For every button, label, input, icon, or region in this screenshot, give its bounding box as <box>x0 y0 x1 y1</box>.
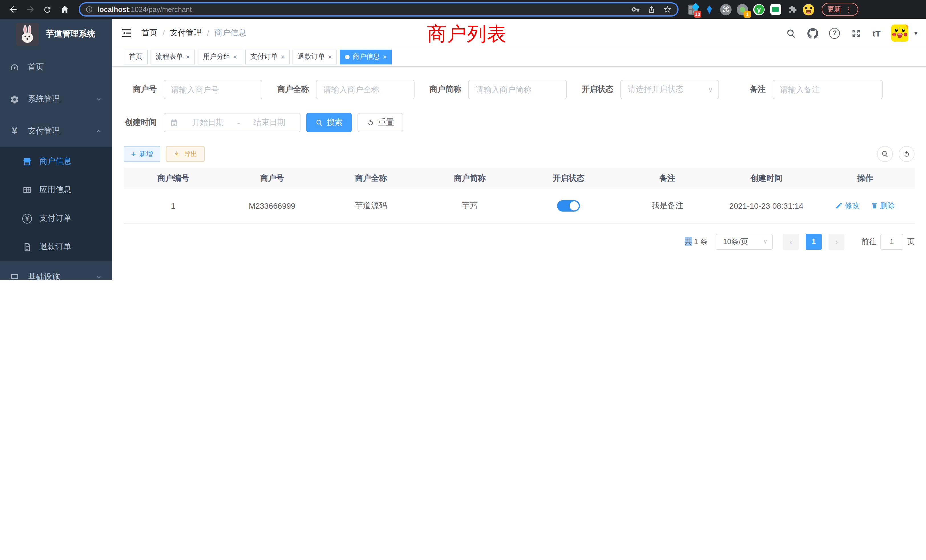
avatar[interactable] <box>891 24 909 42</box>
tab-process-form[interactable]: 流程表单× <box>151 49 195 64</box>
page-annotation-title: 商户列表 <box>427 21 507 47</box>
trash-icon <box>871 202 878 210</box>
refresh-table-button[interactable] <box>899 146 915 162</box>
sidebar-item-system[interactable]: 系统管理 <box>0 83 112 115</box>
extension-badge: 1 <box>743 11 751 17</box>
merchant-table: 商户编号 商户号 商户全称 商户简称 开启状态 备注 创建时间 操作 1 <box>124 168 915 223</box>
prev-page-button[interactable]: ‹ <box>783 233 799 250</box>
cell-merchant-name: 芋道源码 <box>322 189 421 223</box>
emoji-profile-icon[interactable] <box>802 3 815 16</box>
kite-extension-icon[interactable] <box>703 3 716 16</box>
browser-forward-button[interactable] <box>23 2 38 17</box>
sidebar-item-merchant-info[interactable]: 商户信息 <box>0 147 112 176</box>
page-suffix-label: 页 <box>907 236 915 247</box>
tab-refund-order[interactable]: 退款订单× <box>292 49 337 64</box>
proxy-extension-icon[interactable]: 1 <box>736 3 749 16</box>
extensions-row: 10 ⌘ 1 y <box>687 3 815 16</box>
bookmark-star-icon[interactable] <box>663 5 672 14</box>
breadcrumb-home[interactable]: 首页 <box>141 28 157 38</box>
sidebar-item-refund-order[interactable]: 退款订单 <box>0 233 112 261</box>
remark-input[interactable] <box>773 80 883 99</box>
col-status: 开启状态 <box>519 168 618 189</box>
page-content: 商户号 商户全称 商户简称 开启状态 <box>112 67 926 280</box>
tech-detector-extension-icon[interactable]: 10 <box>687 3 699 16</box>
y-extension-icon[interactable]: y <box>753 3 765 16</box>
address-bar[interactable]: localhost:1024/pay/merchant <box>79 2 679 17</box>
search-button[interactable]: 搜索 <box>306 113 352 132</box>
site-info-icon[interactable] <box>86 6 93 13</box>
merchant-name-input[interactable] <box>316 80 415 99</box>
merchant-name-label: 商户全称 <box>276 85 309 95</box>
refresh-icon <box>903 150 911 158</box>
chevron-up-icon <box>95 128 102 135</box>
edit-link[interactable]: 修改 <box>836 201 859 211</box>
merchant-no-input[interactable] <box>163 80 262 99</box>
sidebar: 芋道管理系统 首页 系统管理 ¥ 支付管理 <box>0 19 112 280</box>
col-merchant-id: 商户编号 <box>124 168 222 189</box>
app-title: 芋道管理系统 <box>45 29 95 39</box>
screen: localhost:1024/pay/merchant 10 ⌘ 1 y <box>0 0 926 280</box>
browser-menu-kebab-icon[interactable]: ⋮ <box>845 5 852 14</box>
breadcrumb-payment[interactable]: 支付管理 <box>170 28 202 38</box>
help-icon[interactable]: ? <box>829 28 840 38</box>
pagination-total: 共 1 条 <box>684 236 708 247</box>
font-size-icon[interactable]: tT <box>873 28 881 38</box>
gear-icon <box>10 94 20 104</box>
share-icon[interactable] <box>647 5 656 14</box>
start-date-placeholder[interactable]: 开始日期 <box>183 118 233 128</box>
password-key-icon[interactable] <box>631 5 640 14</box>
command-extension-icon[interactable]: ⌘ <box>720 3 732 16</box>
chat-extension-icon[interactable] <box>769 3 782 16</box>
status-toggle[interactable] <box>557 200 580 212</box>
github-icon[interactable] <box>808 28 819 38</box>
browser-back-button[interactable] <box>6 2 21 17</box>
page-number-1[interactable]: 1 <box>806 233 822 250</box>
page-size-select[interactable]: 10条/页 ∨ <box>716 233 773 250</box>
sidebar-item-infrastructure[interactable]: 基础设施 <box>0 261 112 280</box>
close-icon[interactable]: × <box>328 53 332 61</box>
sidebar-item-app-info[interactable]: 应用信息 <box>0 176 112 204</box>
search-form: 商户号 商户全称 商户简称 开启状态 <box>124 80 915 132</box>
calendar-icon <box>170 118 179 127</box>
store-icon <box>22 157 32 166</box>
next-page-button[interactable]: › <box>829 233 844 250</box>
sidebar-item-payment[interactable]: ¥ 支付管理 <box>0 115 112 147</box>
browser-reload-button[interactable] <box>40 2 55 17</box>
goto-page-input[interactable] <box>881 233 903 250</box>
delete-link[interactable]: 删除 <box>871 201 895 211</box>
sidebar-item-home[interactable]: 首页 <box>0 51 112 83</box>
tab-home[interactable]: 首页 <box>124 49 148 64</box>
reset-button[interactable]: 重置 <box>357 113 403 132</box>
cell-remark: 我是备注 <box>618 189 717 223</box>
sidebar-menu: 首页 系统管理 ¥ 支付管理 商户信息 <box>0 51 112 280</box>
select-caret-icon: ∨ <box>763 238 767 245</box>
tab-user-group[interactable]: 用户分组× <box>198 49 242 64</box>
end-date-placeholder[interactable]: 结束日期 <box>245 118 294 128</box>
table-header-row: 商户编号 商户号 商户全称 商户简称 开启状态 备注 创建时间 操作 <box>124 168 915 189</box>
close-icon[interactable]: × <box>233 53 237 61</box>
col-actions: 操作 <box>816 168 915 189</box>
merchant-short-name-input[interactable] <box>468 80 567 99</box>
pagination: 共 1 条 10条/页 ∨ ‹ 1 › 前往 页 <box>124 233 915 250</box>
fullscreen-icon[interactable] <box>851 28 862 38</box>
status-select[interactable]: 请选择开启状态 ∨ <box>620 80 719 99</box>
tab-merchant-info[interactable]: 商户信息× <box>340 49 392 64</box>
search-icon[interactable] <box>786 28 797 38</box>
sidebar-collapse-icon[interactable] <box>121 27 132 39</box>
create-time-range-picker[interactable]: 开始日期 - 结束日期 <box>163 113 301 132</box>
browser-home-button[interactable] <box>57 2 72 17</box>
edit-pencil-icon <box>836 202 843 210</box>
extensions-puzzle-icon[interactable] <box>786 3 798 16</box>
show-search-toggle-button[interactable] <box>877 146 893 162</box>
close-icon[interactable]: × <box>186 53 190 61</box>
close-icon[interactable]: × <box>280 53 284 61</box>
export-button[interactable]: 导出 <box>166 146 205 162</box>
sidebar-item-pay-order[interactable]: ¥ 支付订单 <box>0 204 112 233</box>
create-time-label: 创建时间 <box>124 118 157 128</box>
avatar-caret-down-icon[interactable]: ▾ <box>914 29 917 37</box>
chrome-update-button[interactable]: 更新 ⋮ <box>822 3 858 16</box>
close-icon[interactable]: × <box>383 53 387 61</box>
tab-pay-order[interactable]: 支付订单× <box>245 49 290 64</box>
dashboard-icon <box>10 62 20 72</box>
add-button[interactable]: + 新增 <box>124 146 160 162</box>
